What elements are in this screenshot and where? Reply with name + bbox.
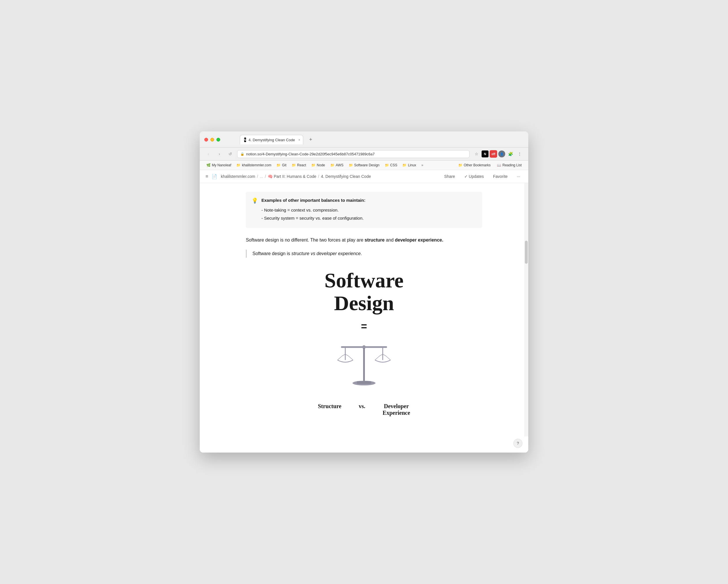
callout-title: Examples of other important balances to … <box>261 197 365 204</box>
svg-rect-0 <box>363 347 365 382</box>
favorite-button[interactable]: Favorite <box>491 173 510 180</box>
scrollbar-area <box>524 183 528 436</box>
tab-favicon: N <box>244 137 246 142</box>
bookmark-node[interactable]: 📁 Node <box>309 162 327 168</box>
scrollbar-thumb[interactable] <box>525 241 528 264</box>
svg-line-11 <box>345 354 348 356</box>
other-bookmarks-button[interactable]: 📁 Other Bookmarks <box>456 162 493 168</box>
git-label: Git <box>282 163 286 167</box>
updates-button[interactable]: ✓ Updates <box>462 173 486 180</box>
bookmarks-more-button[interactable]: » <box>419 162 425 168</box>
developer-experience-label: DeveloperExperience <box>383 403 410 416</box>
help-button[interactable]: ? <box>513 439 522 448</box>
minimize-traffic-light[interactable] <box>210 138 214 142</box>
folder-icon: 📁 <box>402 163 407 167</box>
khalil-label: khalilstemmler.com <box>242 163 271 167</box>
refresh-button[interactable]: ↺ <box>226 150 234 158</box>
close-traffic-light[interactable] <box>204 138 208 142</box>
blockquote: Software design is structure vs develope… <box>246 250 482 257</box>
back-button[interactable]: ‹ <box>204 150 212 158</box>
aws-label: AWS <box>336 163 343 167</box>
bookmark-linux[interactable]: 📁 Linux <box>400 162 418 168</box>
equals-sign: = <box>361 321 367 333</box>
bookmark-git[interactable]: 📁 Git <box>275 162 288 168</box>
bookmarks-right: 📁 Other Bookmarks 📖 Reading List <box>456 162 524 168</box>
forward-button[interactable]: › <box>215 150 223 158</box>
tab-title: 4. Demystifying Clean Code <box>249 138 295 142</box>
notion-toolbar: ≡ 📄 khalilstemmler.com / ... / 🧠 Part II… <box>200 170 528 183</box>
folder-icon: 📁 <box>458 163 463 167</box>
browser-tab[interactable]: N 4. Demystifying Clean Code × <box>240 135 303 145</box>
toolbar-icons: ☆ N off 👤 🧩 ⋮ <box>472 150 524 158</box>
svg-line-8 <box>337 356 342 360</box>
main-content: 💡 Examples of other important balances t… <box>200 183 528 436</box>
svg-line-12 <box>375 356 380 360</box>
page-icon: 📄 <box>211 174 217 179</box>
folder-icon: 📁 <box>236 163 241 167</box>
address-bar: ‹ › ↺ 🔒 notion.so/4-Demystifying-Clean-C… <box>200 148 528 160</box>
folder-icon: 📁 <box>330 163 335 167</box>
more-options-button[interactable]: ⋮ <box>516 150 524 158</box>
share-button[interactable]: Share <box>442 173 457 180</box>
url-text: notion.so/4-Demystifying-Clean-Code-29e2… <box>246 152 466 156</box>
callout-content: Examples of other important balances to … <box>261 197 365 223</box>
hamburger-menu[interactable]: ≡ <box>206 174 208 179</box>
bookmarks-bar: 🌿 My Nanoleaf 📁 khalilstemmler.com 📁 Git… <box>200 160 528 170</box>
title-bar: N 4. Demystifying Clean Code × + <box>200 131 528 148</box>
profile-avatar[interactable]: 👤 <box>498 150 505 157</box>
new-tab-button[interactable]: + <box>307 136 315 144</box>
svg-line-13 <box>386 356 391 360</box>
url-bar[interactable]: 🔒 notion.so/4-Demystifying-Clean-Code-29… <box>237 150 469 158</box>
reading-list-button[interactable]: 📖 Reading List <box>495 162 524 168</box>
toolbar-actions: Share ✓ Updates Favorite ··· <box>442 173 522 180</box>
bookmark-aws[interactable]: 📁 AWS <box>328 162 345 168</box>
puzzle-extension-button[interactable]: 🧩 <box>506 150 515 158</box>
bookmark-react[interactable]: 📁 React <box>290 162 308 168</box>
bookmark-css[interactable]: 📁 CSS <box>383 162 399 168</box>
bookmark-software-design[interactable]: 📁 Software Design <box>347 162 382 168</box>
svg-line-14 <box>380 354 383 356</box>
callout-icon: 💡 <box>252 198 258 223</box>
traffic-lights: N 4. Demystifying Clean Code × + <box>204 135 524 145</box>
folder-icon: 📁 <box>349 163 353 167</box>
react-label: React <box>297 163 306 167</box>
software-design-visual: Software Design = <box>246 269 482 416</box>
breadcrumb-home[interactable]: khalilstemmler.com <box>221 174 255 179</box>
folder-icon: 📁 <box>311 163 316 167</box>
css-label: CSS <box>390 163 397 167</box>
callout-list: - Note-taking = context vs. compression.… <box>261 207 365 222</box>
more-button[interactable]: ··· <box>515 173 522 180</box>
breadcrumb-part2[interactable]: 🧠 Part II: Humans & Code <box>268 174 316 179</box>
software-design-label: Software Design <box>354 163 380 167</box>
svg-rect-2 <box>357 381 371 384</box>
breadcrumb: khalilstemmler.com / ... / 🧠 Part II: Hu… <box>221 174 371 179</box>
breadcrumb-ellipsis[interactable]: ... <box>260 174 263 179</box>
browser-window: N 4. Demystifying Clean Code × + ‹ › ↺ 🔒… <box>200 131 528 453</box>
off-extension[interactable]: off <box>490 150 497 158</box>
notion-extension[interactable]: N <box>482 150 489 157</box>
tab-close-button[interactable]: × <box>298 137 300 142</box>
software-design-heading: Software Design <box>324 269 404 315</box>
svg-rect-4 <box>341 346 387 348</box>
nanoleaf-icon: 🌿 <box>206 163 211 167</box>
list-item: - Note-taking = context vs. compression. <box>261 207 365 213</box>
breadcrumb-separator: / <box>257 174 258 179</box>
star-button[interactable]: ☆ <box>472 150 480 158</box>
main-paragraph: Software design is no different. The two… <box>246 236 482 244</box>
maximize-traffic-light[interactable] <box>216 138 220 142</box>
folder-icon: 📁 <box>277 163 281 167</box>
folder-icon: 📁 <box>292 163 296 167</box>
bookmark-khalil[interactable]: 📁 khalilstemmler.com <box>234 162 273 168</box>
svg-line-15 <box>383 354 386 356</box>
callout-box: 💡 Examples of other important balances t… <box>246 192 482 228</box>
structure-label: Structure <box>318 403 341 410</box>
breadcrumb-separator: / <box>318 174 319 179</box>
bookmark-nanoleaf[interactable]: 🌿 My Nanoleaf <box>204 162 233 168</box>
nanoleaf-label: My Nanoleaf <box>212 163 231 167</box>
linux-label: Linux <box>408 163 416 167</box>
blockquote-italic: structure vs developer experience <box>291 251 361 256</box>
svg-line-9 <box>348 356 353 360</box>
balance-labels: Structure vs. DeveloperExperience <box>318 403 410 416</box>
breadcrumb-current[interactable]: 4. Demystifying Clean Code <box>321 174 371 179</box>
bold-developer-experience: developer experience. <box>395 237 443 243</box>
